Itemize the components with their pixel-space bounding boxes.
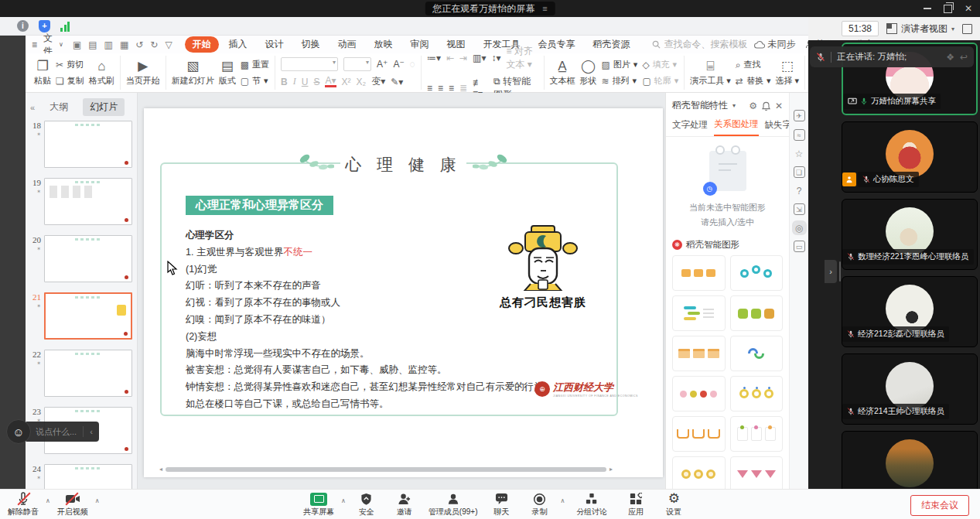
settings-button[interactable]: ⚙ 设置 — [660, 492, 688, 517]
align-left-button[interactable]: ≡ — [427, 83, 432, 94]
assistant-icon[interactable]: ✈ — [794, 110, 805, 121]
tab-insert[interactable]: 插入 — [221, 36, 255, 53]
export-icon[interactable]: ▤ — [88, 39, 97, 50]
smartart-three-u-boxes[interactable] — [672, 416, 726, 452]
return-icon[interactable]: ↩ — [960, 52, 968, 63]
participant-tile[interactable]: ⌄ — [842, 431, 978, 489]
quick-chat-input[interactable]: 说点什么... ‹ — [26, 422, 99, 442]
italic-button[interactable]: I — [293, 76, 296, 87]
tab-animation[interactable]: 动画 — [330, 36, 364, 53]
end-meeting-button[interactable]: 结束会议 — [910, 495, 969, 516]
highlight-button[interactable]: ✎▾ — [391, 77, 403, 87]
align-text-button[interactable]: ≡ 对齐文本 ▾ — [507, 45, 538, 71]
slide-editor[interactable]: 心 理 健 康 心理正常和心理异常区分 心理学区分 1. 主观世界与客观世界不统… — [138, 93, 665, 489]
meme-image[interactable]: 总有刁民想害朕 — [493, 223, 592, 310]
font-name-combobox[interactable] — [281, 57, 338, 71]
align-right-button[interactable]: ≡ — [449, 83, 454, 94]
scroll-right-icon[interactable]: ▸ — [610, 466, 613, 473]
slide-thumbnail[interactable]: 19✶ — [27, 178, 132, 225]
text-effects-button[interactable]: 变▾ — [371, 75, 385, 88]
view-mode-dropdown[interactable]: 演讲者视图 ▾ — [886, 22, 954, 36]
unmute-button[interactable]: 解除静音 — [8, 492, 39, 517]
font-color-button[interactable]: A▾ — [325, 77, 336, 87]
share-screen-button[interactable]: 共享屏幕 — [303, 492, 334, 517]
superscript-button[interactable]: X² — [342, 77, 351, 87]
close-icon[interactable]: ✕ — [775, 101, 783, 111]
docer-smart-features-icon[interactable]: ◎ — [794, 223, 804, 233]
new-slide-button[interactable]: ▧新建幻灯片 — [172, 60, 214, 87]
picture-button[interactable]: ▨图片 ▾ — [602, 59, 638, 70]
info-icon[interactable]: i — [17, 20, 29, 32]
save-icon[interactable]: ▣ — [73, 39, 81, 50]
print-icon[interactable]: ▥ — [104, 39, 113, 50]
layout-switch-icon[interactable]: ❖ — [946, 52, 954, 63]
columns-button[interactable]: ▥▾ — [473, 53, 486, 63]
emoji-face-icon[interactable]: ☺ — [6, 419, 31, 444]
align-center-button[interactable]: ≡ — [438, 83, 443, 94]
smartart-dot-row[interactable] — [672, 376, 726, 411]
signal-bars-icon[interactable] — [60, 21, 70, 32]
arrange-button[interactable]: ≋排列 ▾ — [602, 75, 638, 87]
fullscreen-icon[interactable] — [962, 24, 972, 34]
redo-icon[interactable]: ↻ — [150, 39, 158, 50]
smartart-three-circles[interactable] — [672, 456, 726, 489]
tab-member[interactable]: 会员专享 — [531, 36, 583, 53]
tab-text-processing[interactable]: 文字处理 — [672, 119, 708, 135]
slide-thumbnail-selected[interactable]: 21✶ — [27, 292, 132, 340]
export-panel-icon[interactable]: ⇲ — [794, 203, 805, 215]
underline-button[interactable]: U — [302, 77, 309, 87]
quick-chat-bubble[interactable]: ☺ 说点什么... ‹ — [6, 419, 99, 444]
select-button[interactable]: ⬚选择 ▾ — [775, 60, 799, 87]
tab-design[interactable]: 设计 — [258, 36, 292, 53]
effects-star-icon[interactable]: ☆ — [794, 149, 804, 159]
smartart-three-funnels[interactable] — [730, 456, 784, 489]
chat-button[interactable]: 聊天 — [487, 492, 515, 517]
tab-missing-fonts[interactable]: 缺失字体 — [765, 119, 790, 135]
font-size-combobox[interactable] — [343, 57, 371, 71]
selection-pane-icon[interactable]: ▭ — [794, 241, 805, 252]
play-from-page-button[interactable]: ▶当页开始 — [126, 60, 160, 87]
close-icon[interactable]: ✕ — [965, 4, 972, 13]
apps-button[interactable]: 应用 — [622, 492, 650, 517]
participant-tile[interactable]: 经济212彭磊心理联络员 — [842, 276, 978, 347]
tab-slideshow[interactable]: 放映 — [367, 36, 401, 53]
record-options-chevron[interactable]: ∧ — [560, 497, 565, 504]
breakout-rooms-button[interactable]: 分组讨论 — [572, 492, 612, 517]
format-painter-button[interactable]: ⌂格式刷 — [89, 60, 114, 87]
cut-button[interactable]: ✂剪切 — [56, 59, 84, 70]
smartart-circle-cluster[interactable] — [730, 255, 784, 291]
tab-home[interactable]: 开始 — [185, 36, 219, 53]
clear-format-icon[interactable]: ◌ — [410, 59, 415, 70]
bullets-button[interactable]: ≔▾ — [427, 53, 441, 63]
participant-tile[interactable]: 心协陈思文 — [842, 121, 978, 193]
increase-font-button[interactable]: A⁺ — [377, 59, 388, 70]
slide-thumbnail[interactable]: 18✶ — [27, 121, 132, 168]
tab-diagram-processing[interactable]: 关系图处理 — [714, 118, 759, 136]
strikethrough-button[interactable]: S — [313, 77, 319, 87]
present-tools-button[interactable]: ⌸演示工具 ▾ — [690, 60, 731, 87]
collapse-chat-icon[interactable]: ‹ — [90, 427, 93, 436]
chevron-down-icon[interactable]: ▾ — [732, 102, 736, 109]
find-button[interactable]: ⌕查找 — [736, 59, 771, 70]
undo-icon[interactable]: ↺ — [135, 39, 143, 50]
slide-thumbnail[interactable]: 22✶ — [27, 350, 132, 397]
fill-button[interactable]: ◇填充 ▾ — [642, 59, 678, 70]
bold-button[interactable]: B — [281, 77, 288, 87]
horizontal-scrollbar[interactable]: ◂ ▸ — [159, 466, 658, 472]
invite-button[interactable]: 邀请 — [391, 492, 418, 517]
line-spacing-button[interactable]: ↕▾ — [491, 53, 500, 63]
smartart-three-badges[interactable] — [730, 295, 784, 331]
participant-tile[interactable]: 数理经济221李恩峰心理联络员 — [842, 199, 978, 270]
tab-transition[interactable]: 切换 — [294, 36, 328, 53]
slides-copy-icon[interactable]: ❏ — [794, 166, 805, 178]
decrease-font-button[interactable]: A⁻ — [393, 59, 404, 70]
banner-menu-icon[interactable]: ≡ — [542, 4, 547, 13]
indent-button[interactable]: ⇥ — [459, 53, 467, 63]
restore-icon[interactable] — [944, 5, 952, 13]
section-button[interactable]: ▢节 ▾ — [241, 75, 269, 87]
bell-icon[interactable] — [762, 101, 770, 111]
properties-icon[interactable]: ≈ — [794, 129, 805, 141]
reset-button[interactable]: ▩重置 — [241, 59, 269, 70]
share-options-chevron[interactable]: ∧ — [341, 497, 346, 504]
start-video-button[interactable]: 开启视频 — [57, 492, 88, 517]
